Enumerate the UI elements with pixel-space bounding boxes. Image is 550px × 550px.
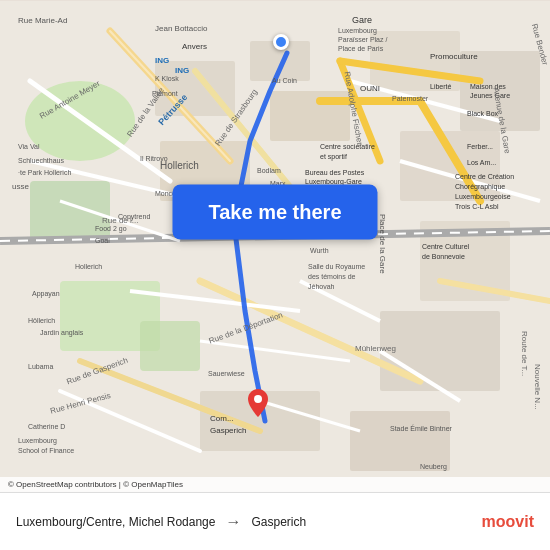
svg-text:Anvers: Anvers: [182, 42, 207, 51]
svg-text:Il Ritrovo: Il Ritrovo: [140, 155, 168, 162]
svg-text:Trois C-L Asbl: Trois C-L Asbl: [455, 203, 499, 210]
copyright-bar: © OpenStreetMap contributors | © OpenMap…: [0, 477, 550, 492]
route-to: Gasperich: [251, 515, 306, 529]
route-arrow-icon: →: [225, 513, 241, 531]
svg-text:Jéhovah: Jéhovah: [308, 283, 335, 290]
svg-text:Neuberg: Neuberg: [420, 463, 447, 471]
svg-text:School of Finance: School of Finance: [18, 447, 74, 454]
svg-text:Wurth: Wurth: [310, 247, 329, 254]
moovit-brand: moovit: [482, 513, 534, 531]
moovit-logo: moovit: [482, 513, 534, 531]
svg-text:Place de Paris: Place de Paris: [338, 45, 384, 52]
svg-text:Luxembourg: Luxembourg: [18, 437, 57, 445]
map-svg: Gare Luxembourg Paraïsser Plaz / Place d…: [0, 0, 550, 492]
svg-text:Appayan: Appayan: [32, 290, 60, 298]
svg-text:Catherine D: Catherine D: [28, 423, 65, 430]
svg-text:Black Box: Black Box: [467, 110, 499, 117]
svg-text:Au Coin: Au Coin: [272, 77, 297, 84]
svg-text:Luxembourgeoise: Luxembourgeoise: [455, 193, 511, 201]
svg-text:Place de la Gare: Place de la Gare: [378, 214, 387, 274]
svg-text:Lubama: Lubama: [28, 363, 53, 370]
svg-text:Ferber...: Ferber...: [467, 143, 493, 150]
svg-text:Hollerich: Hollerich: [75, 263, 102, 270]
map-container[interactable]: Gare Luxembourg Paraïsser Plaz / Place d…: [0, 0, 550, 492]
svg-point-92: [254, 395, 262, 403]
svg-text:Nouvelle N...: Nouvelle N...: [533, 364, 542, 410]
svg-text:des témoins de: des témoins de: [308, 273, 356, 280]
svg-text:K Klosk: K Klosk: [155, 75, 179, 82]
svg-text:OUNI: OUNI: [360, 84, 380, 93]
svg-text:ING: ING: [155, 56, 169, 65]
svg-text:Route de T...: Route de T...: [520, 331, 529, 376]
svg-text:Chorégraphique: Chorégraphique: [455, 183, 505, 191]
svg-text:Jeunes Gare: Jeunes Gare: [470, 92, 510, 99]
svg-text:Bureau des Postes: Bureau des Postes: [305, 169, 365, 176]
svg-text:Liberté: Liberté: [430, 83, 452, 90]
svg-text:Centre sociétatire: Centre sociétatire: [320, 143, 375, 150]
svg-rect-4: [140, 321, 200, 371]
start-marker: [273, 34, 289, 50]
svg-rect-2: [30, 181, 110, 241]
svg-text:Sauerwiese: Sauerwiese: [208, 370, 245, 377]
svg-text:Com...: Com...: [210, 414, 234, 423]
svg-text:usse: usse: [12, 182, 29, 191]
svg-text:Gasperich: Gasperich: [210, 426, 246, 435]
svg-text:Jean Bottaccio: Jean Bottaccio: [155, 24, 208, 33]
svg-text:Bodlam: Bodlam: [257, 167, 281, 174]
copyright-text: © OpenStreetMap contributors | © OpenMap…: [8, 480, 183, 489]
svg-text:Höllerich: Höllerich: [28, 317, 55, 324]
svg-text:et sportif: et sportif: [320, 153, 347, 161]
svg-text:Food 2 go: Food 2 go: [95, 225, 127, 233]
svg-text:Jardin anglais: Jardin anglais: [40, 329, 84, 337]
app: Gare Luxembourg Paraïsser Plaz / Place d…: [0, 0, 550, 550]
route-from: Luxembourg/Centre, Michel Rodange: [16, 515, 215, 529]
svg-rect-15: [350, 411, 450, 471]
svg-text:Mühlenweg: Mühlenweg: [355, 344, 396, 353]
svg-text:Centre Culturel: Centre Culturel: [422, 243, 470, 250]
svg-text:Goal: Goal: [95, 237, 110, 244]
svg-text:de Bonnevoie: de Bonnevoie: [422, 253, 465, 260]
svg-text:Salle du Royaume: Salle du Royaume: [308, 263, 365, 271]
svg-text:Rue de l...: Rue de l...: [102, 216, 138, 225]
svg-text:·te Park Hollerich: ·te Park Hollerich: [18, 169, 71, 176]
svg-text:ING: ING: [175, 66, 189, 75]
bottom-bar: Luxembourg/Centre, Michel Rodange → Gasp…: [0, 492, 550, 550]
svg-rect-11: [380, 311, 500, 391]
route-info: Luxembourg/Centre, Michel Rodange → Gasp…: [16, 513, 482, 531]
svg-text:Centre de Création: Centre de Création: [455, 173, 514, 180]
take-me-there-button[interactable]: Take me there: [172, 184, 377, 239]
svg-text:Paternoster: Paternoster: [392, 95, 429, 102]
svg-text:Rue Marie-Ad: Rue Marie-Ad: [18, 16, 67, 25]
svg-text:Luxembourg: Luxembourg: [338, 27, 377, 35]
svg-text:Promoculture: Promoculture: [430, 52, 478, 61]
svg-text:Paraïsser Plaz /: Paraïsser Plaz /: [338, 36, 387, 43]
destination-marker: [248, 389, 268, 421]
svg-text:Stade Émile Bintner: Stade Émile Bintner: [390, 424, 453, 432]
svg-text:Los Am...: Los Am...: [467, 159, 496, 166]
svg-text:Via Val: Via Val: [18, 143, 40, 150]
svg-text:Gare: Gare: [352, 15, 372, 25]
svg-text:Schluechthaus: Schluechthaus: [18, 157, 64, 164]
